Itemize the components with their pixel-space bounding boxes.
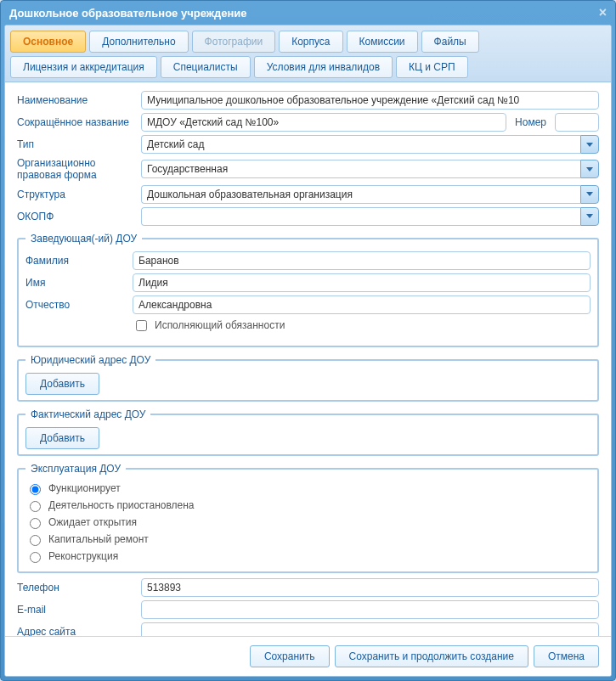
add-fact-address-button[interactable]: Добавить <box>25 427 99 449</box>
phone-input[interactable] <box>141 578 599 597</box>
fieldset-legal-address: Юридический адрес ДОУ Добавить <box>17 354 599 402</box>
type-combo[interactable] <box>141 135 580 154</box>
label-structure: Структура <box>17 189 136 200</box>
fieldset-head: Заведующая(-ий) ДОУ Фамилия Имя Отчество <box>17 233 599 347</box>
label-name: Наименование <box>17 94 136 106</box>
label-okopf: ОКОПФ <box>17 211 136 222</box>
exploitation-option-label: Реконструкция <box>48 550 118 562</box>
number-input[interactable] <box>555 113 599 132</box>
chevron-down-icon <box>586 192 593 196</box>
exploitation-radio-2[interactable] <box>30 518 41 529</box>
form-main: Наименование Сокращённое название Номер … <box>5 82 611 636</box>
site-input[interactable] <box>141 622 599 636</box>
label-firstname: Имя <box>25 277 127 289</box>
dialog-window: Дошкольное образовательное учреждение × … <box>0 0 616 681</box>
firstname-input[interactable] <box>133 273 591 292</box>
exploitation-radio-1[interactable] <box>30 501 41 512</box>
tab-специалисты[interactable]: Специалисты <box>161 56 251 78</box>
tab-основное[interactable]: Основное <box>10 31 86 53</box>
exploitation-radio-4[interactable] <box>30 552 41 563</box>
label-shortname: Сокращённое название <box>17 116 136 128</box>
label-acting: Исполняющий обязанности <box>155 319 285 331</box>
shortname-input[interactable] <box>141 113 506 132</box>
add-legal-address-button[interactable]: Добавить <box>25 373 99 395</box>
fieldset-exploitation: Эксплуатация ДОУ ФункционируетДеятельнос… <box>17 463 599 573</box>
dialog-footer: Сохранить Сохранить и продолжить создани… <box>5 636 611 676</box>
titlebar: Дошкольное образовательное учреждение × <box>1 1 615 25</box>
cancel-button[interactable]: Отмена <box>534 645 599 667</box>
acting-checkbox[interactable] <box>136 320 147 331</box>
exploitation-option-label: Функционирует <box>48 482 121 494</box>
tab-дополнительно[interactable]: Дополнительно <box>89 31 188 53</box>
tab-корпуса[interactable]: Корпуса <box>279 31 342 53</box>
label-phone: Телефон <box>17 582 136 594</box>
save-continue-button[interactable]: Сохранить и продолжить создание <box>335 645 528 667</box>
email-input[interactable] <box>141 600 599 619</box>
label-number: Номер <box>511 116 550 128</box>
tab-условия-для-инвалидов[interactable]: Условия для инвалидов <box>254 56 393 78</box>
label-email: E-mail <box>17 604 136 616</box>
tab-файлы[interactable]: Файлы <box>421 31 479 53</box>
name-input[interactable] <box>141 91 599 110</box>
exploitation-option-label: Деятельность приостановлена <box>48 499 195 511</box>
tab-лицензия-и-аккредитация[interactable]: Лицензия и аккредитация <box>10 56 157 78</box>
tab-strip: ОсновноеДополнительноФотографииКорпусаКо… <box>5 25 611 82</box>
save-button[interactable]: Сохранить <box>250 645 330 667</box>
legend-head: Заведующая(-ий) ДОУ <box>25 233 142 245</box>
exploitation-radio-0[interactable] <box>30 484 41 495</box>
type-combo-trigger[interactable] <box>580 135 599 154</box>
orgform-combo[interactable] <box>141 160 580 178</box>
label-lastname: Фамилия <box>25 255 127 267</box>
chevron-down-icon <box>586 167 593 172</box>
label-orgform: Организационно правовая форма <box>17 157 136 182</box>
window-title: Дошкольное образовательное учреждение <box>9 7 247 20</box>
dialog-body: ОсновноеДополнительноФотографииКорпусаКо… <box>4 25 612 677</box>
orgform-combo-trigger[interactable] <box>580 160 599 178</box>
okopf-combo-trigger[interactable] <box>580 207 599 226</box>
label-site: Адрес сайта <box>17 626 136 636</box>
legend-fact-address: Фактический адрес ДОУ <box>25 408 150 420</box>
lastname-input[interactable] <box>133 251 591 270</box>
close-icon[interactable]: × <box>599 5 607 20</box>
legend-exploitation: Эксплуатация ДОУ <box>25 463 126 475</box>
fieldset-fact-address: Фактический адрес ДОУ Добавить <box>17 408 599 456</box>
exploitation-option-label: Капитальный ремонт <box>48 533 149 545</box>
structure-combo[interactable] <box>141 185 580 204</box>
chevron-down-icon <box>586 143 593 147</box>
tab-кц-и-срп[interactable]: КЦ и СРП <box>396 56 468 78</box>
patronymic-input[interactable] <box>133 295 591 314</box>
label-type: Тип <box>17 138 136 150</box>
exploitation-radio-3[interactable] <box>30 535 41 546</box>
legend-legal-address: Юридический адрес ДОУ <box>25 354 155 366</box>
label-patronymic: Отчество <box>25 299 127 311</box>
tab-фотографии: Фотографии <box>192 31 276 53</box>
exploitation-option-label: Ожидает открытия <box>48 516 137 528</box>
okopf-combo[interactable] <box>141 207 580 226</box>
tab-комиссии[interactable]: Комиссии <box>347 31 418 53</box>
chevron-down-icon <box>586 214 593 218</box>
structure-combo-trigger[interactable] <box>580 185 599 204</box>
